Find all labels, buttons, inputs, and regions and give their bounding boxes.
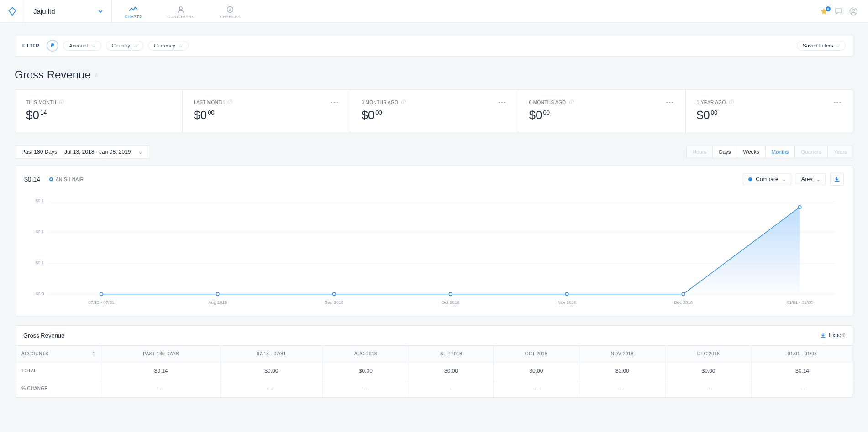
stat-label: THIS MONTH [26, 100, 56, 105]
info-icon[interactable]: ⓘ [59, 99, 63, 105]
table-row: % CHANGE–––––––– [15, 380, 853, 397]
filter-paypal-icon[interactable] [47, 40, 58, 52]
granularity-days[interactable]: Days [713, 146, 737, 158]
table-cell: – [494, 380, 579, 397]
table-col-header: PAST 180 DAYS [102, 346, 221, 362]
svg-text:07/13 - 07/31: 07/13 - 07/31 [88, 300, 114, 305]
table-cell: – [322, 380, 409, 397]
stats-row: THIS MONTHⓘ $014 LAST MONTHⓘ $000 --- 3 … [15, 89, 853, 133]
chevron-down-icon [98, 9, 103, 14]
table-col-header: 01/01 - 01/08 [752, 346, 853, 362]
revenue-chart: $0.0$0.1$0.1$0.107/13 - 07/31Aug 2018Sep… [24, 188, 844, 307]
export-button[interactable]: Export [820, 332, 845, 338]
svg-text:Aug 2018: Aug 2018 [208, 300, 227, 305]
saved-filters[interactable]: Saved Filters⌄ [797, 41, 846, 51]
stat-card: 3 MONTHS AGOⓘ $000 --- [350, 90, 518, 133]
svg-text:Sep 2018: Sep 2018 [325, 300, 343, 305]
svg-point-17 [449, 292, 452, 296]
topbar-right: 0 [820, 0, 868, 22]
diamond-logo-icon [8, 7, 17, 16]
table-cell: $0.00 [666, 362, 752, 380]
svg-point-20 [798, 206, 801, 209]
activity-icon [129, 6, 137, 13]
stat-value: $000 [194, 109, 339, 121]
table-cell: $0.00 [494, 362, 579, 380]
stat-value: $000 [361, 109, 506, 121]
favorites-icon[interactable]: 0 [820, 7, 828, 15]
data-table-card: Gross Revenue Export ACCOUNTS1PAST 180 D… [15, 325, 853, 398]
info-icon[interactable]: ⓘ [227, 99, 232, 105]
stat-value: $000 [697, 109, 842, 121]
stat-trend: --- [834, 99, 842, 105]
svg-point-16 [332, 292, 336, 296]
nav-label: CHARGES [220, 15, 241, 19]
granularity-months[interactable]: Months [766, 146, 795, 158]
nav-charges[interactable]: $ CHARGES [207, 0, 253, 22]
filter-account[interactable]: Account⌄ [63, 41, 101, 51]
table-cell: $0.14 [102, 362, 221, 380]
table-cell: $0.14 [752, 362, 853, 380]
org-selector[interactable]: Jaju.ltd [25, 0, 112, 22]
chat-icon[interactable] [834, 7, 842, 16]
table-cell: – [221, 380, 323, 397]
nav-charts[interactable]: CHARTS [112, 0, 155, 22]
table-col-header: SEP 2018 [409, 346, 494, 362]
svg-text:Oct 2018: Oct 2018 [442, 300, 459, 305]
table-cell: $0.00 [221, 362, 323, 380]
stat-trend: --- [666, 99, 674, 105]
chart-total: $0.14 [24, 176, 40, 183]
svg-point-5 [852, 9, 855, 11]
svg-text:$0.0: $0.0 [36, 291, 44, 297]
table-cell: – [579, 380, 665, 397]
main-nav: CHARTS CUSTOMERS $ CHARGES [112, 0, 253, 22]
info-icon[interactable]: i [95, 72, 97, 78]
accounts-count: 1 [93, 351, 95, 356]
svg-text:$0.1: $0.1 [36, 229, 44, 234]
svg-text:01/01 - 01/08: 01/01 - 01/08 [787, 300, 813, 305]
svg-text:Dec 2018: Dec 2018 [674, 300, 693, 305]
dollar-icon: $ [226, 6, 234, 13]
filter-currency[interactable]: Currency⌄ [148, 41, 189, 51]
legend-dot-icon [49, 177, 53, 181]
table-col-header: DEC 2018 [666, 346, 752, 362]
svg-text:$: $ [229, 8, 231, 12]
granularity-toggle: HoursDaysWeeksMonthsQuartersYears [686, 146, 853, 158]
table-cell: $0.00 [322, 362, 409, 380]
stat-trend: --- [499, 99, 507, 105]
info-icon[interactable]: ⓘ [569, 99, 573, 105]
stat-card: LAST MONTHⓘ $000 --- [183, 90, 350, 133]
info-icon[interactable]: ⓘ [401, 99, 405, 105]
svg-text:$0.1: $0.1 [36, 198, 44, 203]
stat-trend: --- [331, 99, 339, 105]
download-icon[interactable] [830, 173, 844, 186]
dot-icon [748, 177, 752, 181]
svg-text:Nov 2018: Nov 2018 [558, 300, 576, 305]
info-icon[interactable]: ⓘ [729, 99, 733, 105]
nav-label: CUSTOMERS [168, 15, 195, 19]
range-preset: Past 180 Days [21, 149, 57, 155]
compare-button[interactable]: Compare⌄ [743, 173, 791, 185]
profile-icon[interactable] [849, 7, 858, 16]
table-cell: – [102, 380, 221, 397]
stat-label: 1 YEAR AGO [697, 100, 726, 105]
svg-point-0 [179, 7, 182, 10]
stat-card: 1 YEAR AGOⓘ $000 --- [686, 90, 853, 133]
granularity-years: Years [828, 146, 853, 158]
table-col-header: OCT 2018 [494, 346, 579, 362]
table-row: TOTAL$0.14$0.00$0.00$0.00$0.00$0.00$0.00… [15, 362, 853, 380]
table-cell: – [409, 380, 494, 397]
nav-customers[interactable]: CUSTOMERS [155, 0, 207, 22]
table-title: Gross Revenue [23, 332, 64, 339]
nav-label: CHARTS [125, 14, 142, 19]
app-logo[interactable] [0, 0, 25, 22]
row-label: % CHANGE [15, 380, 102, 397]
table-cell: $0.00 [409, 362, 494, 380]
chart-type-button[interactable]: Area⌄ [796, 173, 826, 185]
row-label: TOTAL [15, 362, 102, 380]
range-dates: Jul 13, 2018 - Jan 08, 2019 [64, 149, 131, 155]
filter-country[interactable]: Country⌄ [106, 41, 143, 51]
chart-legend: ANISH NAIR [49, 177, 84, 182]
svg-point-19 [682, 292, 685, 296]
granularity-weeks[interactable]: Weeks [737, 146, 766, 158]
date-range-selector[interactable]: Past 180 Days Jul 13, 2018 - Jan 08, 201… [15, 145, 149, 159]
